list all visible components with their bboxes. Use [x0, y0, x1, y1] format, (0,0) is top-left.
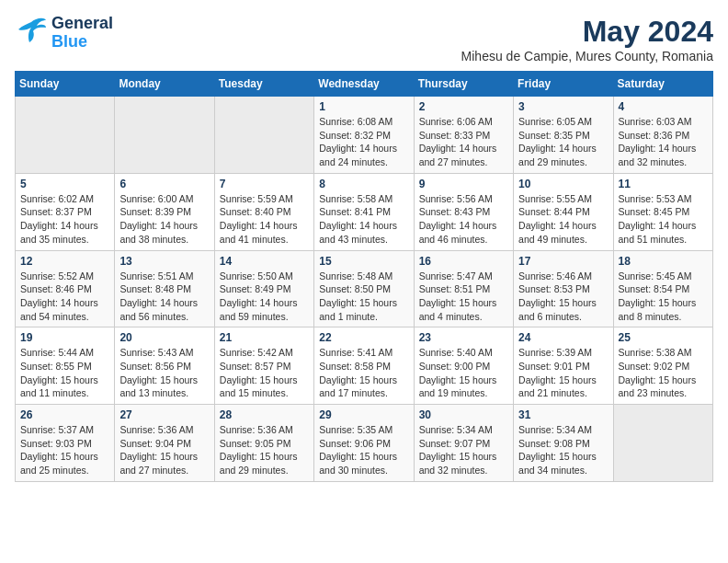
calendar-cell: [115, 97, 214, 174]
calendar-cell: 27Sunrise: 5:36 AM Sunset: 9:04 PM Dayli…: [115, 405, 214, 482]
logo-icon: [15, 15, 48, 48]
calendar-cell: 29Sunrise: 5:35 AM Sunset: 9:06 PM Dayli…: [314, 405, 414, 482]
day-number: 14: [220, 255, 309, 268]
day-number: 18: [619, 255, 708, 268]
day-number: 5: [20, 178, 109, 190]
calendar-cell: 6Sunrise: 6:00 AM Sunset: 8:39 PM Daylig…: [115, 173, 214, 250]
day-number: 17: [518, 255, 608, 268]
calendar-cell: 14Sunrise: 5:50 AM Sunset: 8:49 PM Dayli…: [214, 250, 313, 327]
day-info: Sunrise: 5:48 AM Sunset: 8:50 PM Dayligh…: [319, 270, 408, 324]
calendar-cell: 7Sunrise: 5:59 AM Sunset: 8:40 PM Daylig…: [214, 173, 313, 250]
calendar-week-row: 5Sunrise: 6:02 AM Sunset: 8:37 PM Daylig…: [16, 173, 713, 250]
weekday-header: Tuesday: [214, 72, 313, 97]
day-number: 25: [619, 331, 708, 344]
day-info: Sunrise: 5:38 AM Sunset: 9:02 PM Dayligh…: [619, 346, 708, 400]
day-number: 27: [119, 408, 209, 421]
day-info: Sunrise: 6:02 AM Sunset: 8:37 PM Dayligh…: [20, 192, 109, 247]
calendar-cell: 5Sunrise: 6:02 AM Sunset: 8:37 PM Daylig…: [16, 173, 115, 250]
day-info: Sunrise: 5:47 AM Sunset: 8:51 PM Dayligh…: [419, 270, 508, 324]
day-number: 15: [319, 255, 408, 268]
calendar-header: SundayMondayTuesdayWednesdayThursdayFrid…: [16, 72, 713, 97]
day-info: Sunrise: 5:35 AM Sunset: 9:06 PM Dayligh…: [319, 423, 408, 477]
day-info: Sunrise: 6:08 AM Sunset: 8:32 PM Dayligh…: [319, 115, 408, 169]
logo-text: General Blue: [51, 15, 113, 52]
weekday-header: Thursday: [414, 72, 513, 97]
day-info: Sunrise: 5:36 AM Sunset: 9:04 PM Dayligh…: [119, 423, 209, 477]
day-info: Sunrise: 6:03 AM Sunset: 8:36 PM Dayligh…: [619, 115, 708, 169]
day-number: 19: [20, 331, 109, 344]
calendar-week-row: 1Sunrise: 6:08 AM Sunset: 8:32 PM Daylig…: [16, 97, 713, 174]
day-number: 23: [419, 331, 508, 344]
calendar-cell: 23Sunrise: 5:40 AM Sunset: 9:00 PM Dayli…: [414, 327, 513, 405]
day-info: Sunrise: 5:46 AM Sunset: 8:53 PM Dayligh…: [518, 270, 608, 324]
calendar-cell: 24Sunrise: 5:39 AM Sunset: 9:01 PM Dayli…: [514, 327, 613, 405]
day-number: 4: [619, 100, 708, 113]
calendar-cell: 4Sunrise: 6:03 AM Sunset: 8:36 PM Daylig…: [613, 97, 712, 174]
day-info: Sunrise: 5:34 AM Sunset: 9:07 PM Dayligh…: [419, 423, 508, 477]
day-info: Sunrise: 5:43 AM Sunset: 8:56 PM Dayligh…: [119, 346, 209, 400]
calendar-cell: 26Sunrise: 5:37 AM Sunset: 9:03 PM Dayli…: [16, 405, 115, 482]
calendar-cell: 8Sunrise: 5:58 AM Sunset: 8:41 PM Daylig…: [314, 173, 414, 250]
day-number: 29: [319, 408, 408, 421]
calendar-cell: 18Sunrise: 5:45 AM Sunset: 8:54 PM Dayli…: [613, 250, 712, 327]
weekday-header: Friday: [514, 72, 613, 97]
day-info: Sunrise: 6:06 AM Sunset: 8:33 PM Dayligh…: [419, 115, 508, 169]
calendar-body: 1Sunrise: 6:08 AM Sunset: 8:32 PM Daylig…: [16, 97, 713, 482]
calendar-cell: 15Sunrise: 5:48 AM Sunset: 8:50 PM Dayli…: [314, 250, 414, 327]
page-header: General Blue May 2024 Mihesu de Campie, …: [15, 15, 713, 63]
day-number: 24: [518, 331, 608, 344]
calendar-cell: [613, 405, 712, 482]
calendar-cell: 22Sunrise: 5:41 AM Sunset: 8:58 PM Dayli…: [314, 327, 414, 405]
day-info: Sunrise: 5:56 AM Sunset: 8:43 PM Dayligh…: [419, 192, 508, 247]
title-block: May 2024 Mihesu de Campie, Mures County,…: [461, 15, 713, 63]
calendar-cell: 10Sunrise: 5:55 AM Sunset: 8:44 PM Dayli…: [514, 173, 613, 250]
day-number: 11: [619, 178, 708, 190]
day-info: Sunrise: 5:39 AM Sunset: 9:01 PM Dayligh…: [518, 346, 608, 400]
day-info: Sunrise: 5:58 AM Sunset: 8:41 PM Dayligh…: [319, 192, 408, 247]
calendar-cell: 30Sunrise: 5:34 AM Sunset: 9:07 PM Dayli…: [414, 405, 513, 482]
day-info: Sunrise: 5:42 AM Sunset: 8:57 PM Dayligh…: [220, 346, 309, 400]
weekday-header: Saturday: [613, 72, 712, 97]
calendar-cell: 20Sunrise: 5:43 AM Sunset: 8:56 PM Dayli…: [115, 327, 214, 405]
day-number: 22: [319, 331, 408, 344]
day-info: Sunrise: 5:37 AM Sunset: 9:03 PM Dayligh…: [20, 423, 109, 477]
calendar-cell: 11Sunrise: 5:53 AM Sunset: 8:45 PM Dayli…: [613, 173, 712, 250]
main-title: May 2024: [461, 15, 713, 49]
day-number: 26: [20, 408, 109, 421]
calendar-cell: 2Sunrise: 6:06 AM Sunset: 8:33 PM Daylig…: [414, 97, 513, 174]
weekday-header: Monday: [115, 72, 214, 97]
calendar-cell: 16Sunrise: 5:47 AM Sunset: 8:51 PM Dayli…: [414, 250, 513, 327]
calendar-cell: 19Sunrise: 5:44 AM Sunset: 8:55 PM Dayli…: [16, 327, 115, 405]
day-info: Sunrise: 5:40 AM Sunset: 9:00 PM Dayligh…: [419, 346, 508, 400]
calendar-table: SundayMondayTuesdayWednesdayThursdayFrid…: [15, 71, 713, 482]
calendar-cell: 9Sunrise: 5:56 AM Sunset: 8:43 PM Daylig…: [414, 173, 513, 250]
calendar-cell: 21Sunrise: 5:42 AM Sunset: 8:57 PM Dayli…: [214, 327, 313, 405]
calendar-week-row: 19Sunrise: 5:44 AM Sunset: 8:55 PM Dayli…: [16, 327, 713, 405]
day-number: 3: [518, 100, 608, 113]
day-number: 16: [419, 255, 508, 268]
calendar-cell: 31Sunrise: 5:34 AM Sunset: 9:08 PM Dayli…: [514, 405, 613, 482]
logo: General Blue: [15, 15, 113, 52]
day-info: Sunrise: 5:51 AM Sunset: 8:48 PM Dayligh…: [119, 270, 209, 324]
day-info: Sunrise: 6:05 AM Sunset: 8:35 PM Dayligh…: [518, 115, 608, 169]
day-number: 20: [119, 331, 209, 344]
day-number: 30: [419, 408, 508, 421]
day-info: Sunrise: 5:45 AM Sunset: 8:54 PM Dayligh…: [619, 270, 708, 324]
calendar-cell: 28Sunrise: 5:36 AM Sunset: 9:05 PM Dayli…: [214, 405, 313, 482]
day-info: Sunrise: 5:52 AM Sunset: 8:46 PM Dayligh…: [20, 270, 109, 324]
day-number: 13: [119, 255, 209, 268]
weekday-header: Sunday: [16, 72, 115, 97]
day-info: Sunrise: 5:44 AM Sunset: 8:55 PM Dayligh…: [20, 346, 109, 400]
day-number: 10: [518, 178, 608, 190]
calendar-cell: [16, 97, 115, 174]
day-info: Sunrise: 5:36 AM Sunset: 9:05 PM Dayligh…: [220, 423, 309, 477]
subtitle: Mihesu de Campie, Mures County, Romania: [461, 49, 713, 63]
calendar-cell: 17Sunrise: 5:46 AM Sunset: 8:53 PM Dayli…: [514, 250, 613, 327]
day-number: 7: [220, 178, 309, 190]
day-number: 12: [20, 255, 109, 268]
calendar-cell: 13Sunrise: 5:51 AM Sunset: 8:48 PM Dayli…: [115, 250, 214, 327]
weekday-header-row: SundayMondayTuesdayWednesdayThursdayFrid…: [16, 72, 713, 97]
day-info: Sunrise: 5:34 AM Sunset: 9:08 PM Dayligh…: [518, 423, 608, 477]
day-number: 8: [319, 178, 408, 190]
calendar-cell: 1Sunrise: 6:08 AM Sunset: 8:32 PM Daylig…: [314, 97, 414, 174]
